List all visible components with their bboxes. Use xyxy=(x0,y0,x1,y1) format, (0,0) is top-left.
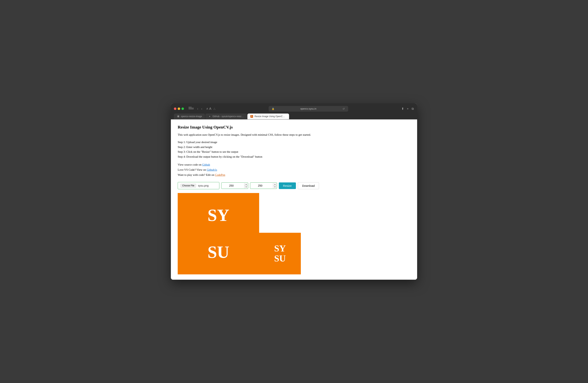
font-small-button[interactable]: A xyxy=(207,107,208,110)
height-increment-button[interactable]: ▲ xyxy=(273,183,277,186)
steps-section: Step 1: Upload your desired image Step 2… xyxy=(178,140,410,159)
description-text: This web application uses OpenCV.js to r… xyxy=(178,133,410,137)
github1s-link[interactable]: Github1s xyxy=(207,168,217,171)
resized-sy-text: SY xyxy=(274,244,286,254)
minimize-button[interactable] xyxy=(178,108,180,110)
tab-github[interactable]: ⊙ GitHub - sysuin/opencv-resize-image: R… xyxy=(205,114,247,119)
browser-actions: ⬆ + ⧉ xyxy=(401,107,414,111)
github1s-prefix: Love VS Code? View on xyxy=(178,168,207,171)
address-bar[interactable]: 🔒 opencv.sysu.in ↺ xyxy=(269,106,348,112)
choose-file-button[interactable]: Choose File xyxy=(181,184,196,188)
tab-opencv-resize[interactable]: ⚙ opencv-resize-image xyxy=(174,114,205,119)
height-input-wrapper: ▲ ▼ xyxy=(250,182,277,189)
height-spinner: ▲ ▼ xyxy=(273,183,277,188)
reload-button[interactable]: ↺ xyxy=(342,107,345,111)
width-input-wrapper: ▲ ▼ xyxy=(221,182,248,189)
github-prefix: View source code on xyxy=(178,163,202,166)
lock-icon: 🔒 xyxy=(272,108,274,110)
browser-chrome: ‹ › A A ⛬ 🔒 opencv.sysu.in ↺ ⬆ + xyxy=(171,103,417,119)
address-text: opencv.sysu.in xyxy=(276,107,341,110)
step-2: Step 2: Enter width and height xyxy=(178,145,410,150)
codepen-link[interactable]: CodePen xyxy=(215,173,225,176)
resize-button[interactable]: Resize xyxy=(279,182,296,189)
windows-button[interactable]: ⧉ xyxy=(411,107,414,111)
tab-label-resize: Resize Image Using OpenCV.js xyxy=(254,115,286,118)
links-section: View source code on Github Love VS Code?… xyxy=(178,162,410,177)
codepen-link-line: Want to play with code? Edit on CodePen xyxy=(178,172,410,177)
back-button[interactable]: ‹ xyxy=(196,107,199,111)
browser-window: ‹ › A A ⛬ 🔒 opencv.sysu.in ↺ ⬆ + xyxy=(171,103,417,280)
github-link-line: View source code on Github xyxy=(178,162,410,167)
height-input[interactable] xyxy=(250,183,273,189)
nav-buttons: ‹ › xyxy=(196,107,203,111)
forward-button[interactable]: › xyxy=(200,107,203,111)
original-image: SY SU xyxy=(178,193,259,274)
width-increment-button[interactable]: ▲ xyxy=(244,183,248,186)
width-input[interactable] xyxy=(221,183,244,189)
width-spinner: ▲ ▼ xyxy=(244,183,248,188)
traffic-lights xyxy=(174,108,184,110)
title-bar: ‹ › A A ⛬ 🔒 opencv.sysu.in ↺ ⬆ + xyxy=(171,103,417,114)
github-link[interactable]: Github xyxy=(202,163,210,166)
font-large-button[interactable]: A xyxy=(209,107,211,111)
height-decrement-button[interactable]: ▼ xyxy=(273,186,277,188)
resized-image: SY SU xyxy=(259,233,301,274)
codepen-prefix: Want to play with code? Edit on xyxy=(178,173,215,176)
controls-row: Choose File sysu.png ▲ ▼ ▲ ▼ xyxy=(178,182,410,189)
page-content: Resize Image Using OpenCV.js This web ap… xyxy=(171,119,417,280)
images-area: SY SU SY SU xyxy=(178,193,410,274)
address-bar-container: 🔒 opencv.sysu.in ↺ xyxy=(218,106,399,112)
tab-active-resize[interactable]: S Resize Image Using OpenCV.js xyxy=(247,114,289,119)
resized-su-text: SU xyxy=(274,254,286,264)
file-name-display: sysu.png xyxy=(198,184,209,187)
original-sy-text: SY xyxy=(208,207,229,224)
step-1: Step 1: Upload your desired image xyxy=(178,140,410,145)
fullscreen-button[interactable] xyxy=(182,108,184,110)
file-input-label[interactable]: Choose File sysu.png xyxy=(178,182,219,189)
shield-icon: ⛬ xyxy=(213,107,216,111)
tab-label-github: GitHub - sysuin/opencv-resize-image: Res… xyxy=(212,115,244,118)
step-3: Step 3: Click on the "Resize" button to … xyxy=(178,150,410,154)
font-size-controls: A A ⛬ xyxy=(207,107,216,111)
close-button[interactable] xyxy=(174,108,176,110)
step-4: Step 4: Download the output button by cl… xyxy=(178,154,410,159)
sidebar-toggle-button[interactable] xyxy=(189,107,194,111)
original-su-text: SU xyxy=(208,243,229,261)
download-button[interactable]: Download xyxy=(298,182,319,189)
new-tab-button[interactable]: + xyxy=(406,107,409,111)
page-title: Resize Image Using OpenCV.js xyxy=(178,125,410,130)
tab-favicon-github: ⊙ xyxy=(208,115,211,118)
tabs-bar: ⚙ opencv-resize-image ⊙ GitHub - sysuin/… xyxy=(171,114,417,119)
tab-favicon-opencv: ⚙ xyxy=(177,115,180,118)
github1s-link-line: Love VS Code? View on Github1s xyxy=(178,167,410,172)
width-decrement-button[interactable]: ▼ xyxy=(244,186,248,188)
share-button[interactable]: ⬆ xyxy=(401,107,404,111)
tab-favicon-s: S xyxy=(251,115,253,118)
tab-label-opencv: opencv-resize-image xyxy=(181,115,202,118)
